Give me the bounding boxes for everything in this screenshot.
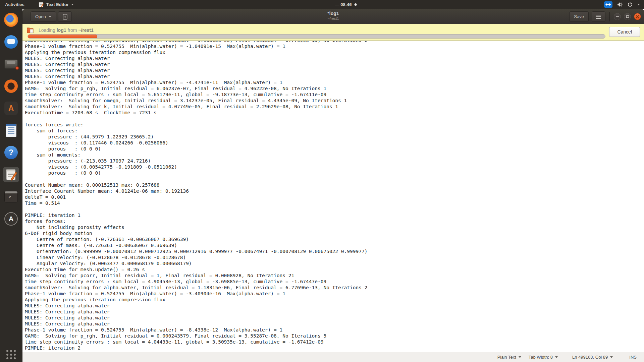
- document-icon[interactable]: [26, 355, 33, 360]
- log-line: MULES: Correcting alpha.water: [25, 61, 644, 67]
- document-app-icon: [6, 124, 16, 137]
- minimize-button[interactable]: [614, 13, 621, 20]
- log-line: Phase-1 volume fraction = 0.524755 Min(a…: [25, 327, 644, 333]
- log-line: pressure : (44.5979 1.22329 23665.2): [25, 134, 644, 140]
- show-applications-button[interactable]: [6, 350, 16, 359]
- log-line: Centre of rotation: (-0.726361 -0.006360…: [25, 236, 644, 242]
- log-line: [25, 206, 644, 212]
- dock-item-lens[interactable]: [3, 78, 19, 94]
- loading-progress-bar: [28, 34, 605, 39]
- a-app-icon: A: [4, 102, 18, 115]
- log-line: MULES: Correcting alpha.water: [25, 309, 644, 315]
- dock-item-document[interactable]: [3, 123, 19, 138]
- log-line: viscous : (0.117446 0.024266 -0.0256066): [25, 140, 644, 146]
- log-line: sum of moments:: [25, 152, 644, 158]
- log-line: Orientation: (0.999999 -0.00070812 0.000…: [25, 248, 644, 254]
- system-status-area[interactable]: [604, 0, 640, 9]
- loading-infobar: Loading log1 from ~/rest1 Cancel: [22, 24, 644, 41]
- loading-file-icon: [27, 27, 35, 33]
- dock-item-package[interactable]: [3, 56, 19, 72]
- text-editor-view[interactable]: smoothSolver: Solving for alpha.water, I…: [22, 41, 644, 352]
- dock-item-terminal[interactable]: >_: [3, 189, 19, 204]
- log-line: Applying the previous iteration compress…: [25, 297, 644, 303]
- log-line: GAMG: Solving for p_rgh, Initial residua…: [25, 333, 644, 339]
- clock[interactable]: — 08:46: [335, 2, 357, 7]
- tab-width-selector[interactable]: Tab Width: 8: [529, 355, 558, 360]
- log-line: Execution time for mesh.update() = 0.26 …: [25, 266, 644, 273]
- dock-item-firefox[interactable]: [3, 12, 19, 27]
- power-icon: [628, 2, 633, 7]
- activities-label: Activities: [5, 2, 24, 7]
- loading-filename: log1: [57, 27, 66, 33]
- terminal-icon: >_: [4, 191, 18, 202]
- log-line: MULES: Correcting alpha.water: [25, 73, 644, 79]
- loading-prefix: Loading: [39, 27, 55, 33]
- gedit-app-icon: [38, 2, 44, 7]
- log-line: [25, 116, 644, 122]
- log-line: porous : (0 0 0): [25, 146, 644, 152]
- log-line: forces forces write:: [25, 122, 644, 128]
- log-line: Courant Number mean: 0.000152513 max: 0.…: [25, 182, 644, 188]
- log-line: MULES: Correcting alpha.water: [25, 67, 644, 73]
- loading-connector: from: [67, 27, 78, 33]
- maximize-button[interactable]: [624, 13, 631, 20]
- cursor-position-label: Ln 499163, Col 89: [572, 355, 608, 360]
- open-button[interactable]: Open: [31, 11, 56, 22]
- chevron-down-icon: [610, 356, 613, 358]
- log-line: MULES: Correcting alpha.water: [25, 315, 644, 321]
- log-line: Interface Courant Number mean: 4.01241e-…: [25, 188, 644, 194]
- log-line: Applying the previous iteration compress…: [25, 49, 644, 55]
- log-line: forces forces:: [25, 218, 644, 224]
- notification-dot-icon: [354, 3, 357, 6]
- dock-item-chat[interactable]: [3, 34, 19, 50]
- dock-item-translate[interactable]: A: [3, 211, 19, 227]
- log-line: Time = 0.514: [25, 200, 644, 206]
- open-button-label: Open: [35, 14, 46, 19]
- dock-item-help[interactable]: ?: [3, 145, 19, 160]
- new-document-button[interactable]: [58, 11, 72, 22]
- close-button[interactable]: [634, 13, 641, 20]
- notification-badge: [15, 66, 19, 70]
- hamburger-menu-button[interactable]: [592, 11, 605, 22]
- dock-item-gedit[interactable]: [3, 167, 19, 182]
- language-selector[interactable]: Plain Text: [497, 355, 521, 360]
- progress-fill: [28, 35, 97, 38]
- headerbar: Open *log1 ~/rest1 Save: [22, 9, 644, 24]
- minimize-icon: [616, 16, 619, 17]
- log-line: 6-DoF rigid body motion: [25, 230, 644, 236]
- cursor-position-button[interactable]: Ln 499163, Col 89: [572, 355, 613, 360]
- loading-message: Loading log1 from ~/rest1: [27, 27, 94, 33]
- lens-app-icon: [4, 79, 18, 93]
- log-line: deltaT = 0.001: [25, 194, 644, 200]
- save-button[interactable]: Save: [569, 11, 589, 22]
- ubuntu-dock: A ? >_ A: [0, 9, 22, 362]
- log-line: PIMPLE: iteration 1: [25, 212, 644, 218]
- log-line: porous : (0 0 0): [25, 170, 644, 176]
- chevron-down-icon: [637, 4, 640, 5]
- maximize-icon: [626, 15, 629, 18]
- log-line: time step continuity errors : sum local …: [25, 339, 644, 345]
- log-line: Not including porosity effects: [25, 224, 644, 230]
- headerbar-right: Save: [569, 11, 641, 22]
- cancel-button-label: Cancel: [617, 29, 632, 35]
- hamburger-icon: [596, 15, 601, 15]
- log-line: MULES: Correcting alpha.water: [25, 303, 644, 309]
- statusbar-right: Plain Text Tab Width: 8 Ln 499163, Col 8…: [497, 352, 644, 362]
- chevron-down-icon: [49, 16, 51, 17]
- log-line: [25, 176, 644, 182]
- log-line: Angular velocity: (0.0063477 0.000668179…: [25, 260, 644, 266]
- dock-item-a-app[interactable]: A: [3, 101, 19, 116]
- activities-button[interactable]: Activities: [0, 0, 30, 9]
- log-lines: smoothSolver: Solving for alpha.water, I…: [25, 41, 644, 352]
- log-line: smoothSolver: Solving for alpha.water, I…: [25, 41, 644, 43]
- log-line: sum of forces:: [25, 128, 644, 134]
- language-label: Plain Text: [497, 355, 516, 360]
- cancel-button[interactable]: Cancel: [609, 27, 640, 37]
- desktop: Activities Text Editor — 08:46: [0, 0, 644, 362]
- volume-icon: [617, 2, 623, 7]
- log-line: GAMG: Solving for p_rgh, Initial residua…: [25, 85, 644, 92]
- close-icon: [636, 15, 639, 18]
- app-menu-button[interactable]: Text Editor: [36, 0, 76, 9]
- log-line: Linear velocity: (-0.0128678 -0.0128678 …: [25, 254, 644, 260]
- clock-label: — 08:46: [335, 2, 352, 7]
